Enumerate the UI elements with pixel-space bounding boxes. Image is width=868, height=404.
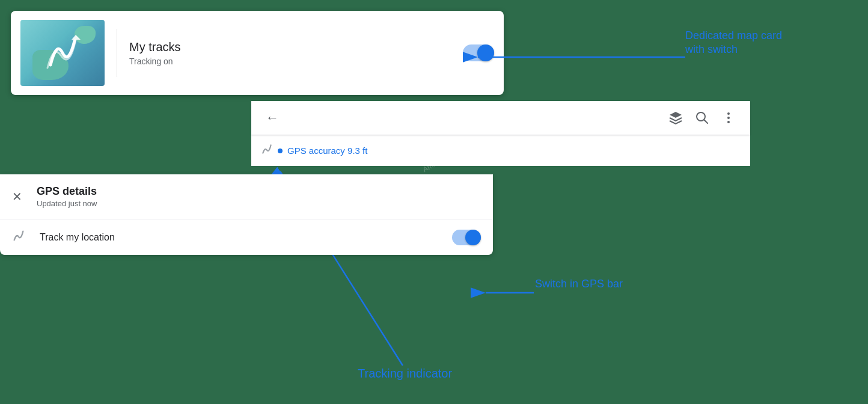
close-button[interactable]: ✕ [12, 189, 22, 204]
more-icon [721, 111, 736, 125]
gps-details-panel: ✕ GPS details Updated just now Track my … [0, 174, 493, 255]
annotation-switch-gps-bar: Switch in GPS bar [535, 278, 623, 290]
svg-point-3 [727, 112, 730, 115]
map-card-text: My tracks Tracking on [129, 40, 451, 66]
map-card-switch[interactable] [451, 44, 494, 61]
card-divider [117, 29, 117, 77]
layers-icon [668, 111, 683, 125]
svg-point-5 [727, 121, 730, 123]
location-tracking-icon [12, 229, 25, 242]
track-location-icon [12, 229, 25, 245]
track-location-row: Track my location [0, 219, 493, 255]
map-card: My tracks Tracking on [11, 11, 504, 95]
track-location-label: Track my location [40, 232, 452, 243]
gps-details-title: GPS details [37, 185, 97, 198]
gps-accuracy-bar: GPS accuracy 9.3 ft [251, 135, 750, 166]
svg-point-4 [727, 117, 730, 119]
gps-details-text: GPS details Updated just now [37, 185, 97, 208]
svg-marker-0 [72, 35, 81, 40]
map-card-subtitle: Tracking on [129, 57, 451, 66]
track-toggle[interactable] [452, 230, 481, 245]
map-thumbnail [20, 20, 105, 86]
gps-tracking-icon [261, 143, 273, 158]
gps-accuracy-text: GPS accuracy 9.3 ft [287, 145, 367, 156]
search-icon [695, 111, 709, 125]
map-card-title: My tracks [129, 40, 451, 54]
annotation-dedicated-map-card: Dedicated map card with switch [685, 29, 782, 57]
toolbar: ← [251, 101, 750, 135]
back-button[interactable]: ← [261, 105, 284, 130]
search-button[interactable] [690, 106, 714, 130]
tracks-icon [38, 29, 87, 77]
svg-line-2 [704, 120, 708, 124]
layers-button[interactable] [664, 106, 688, 130]
gps-track-switch[interactable] [452, 230, 481, 245]
gps-details-subtitle: Updated just now [37, 199, 97, 208]
gps-dot [278, 148, 283, 153]
tracking-squiggle-icon [261, 143, 273, 155]
toggle-thumb [477, 44, 494, 61]
gps-details-header: ✕ GPS details Updated just now [0, 174, 493, 219]
annotation-tracking-indicator: Tracking indicator [358, 367, 452, 381]
track-toggle-thumb [465, 230, 481, 245]
more-button[interactable] [717, 106, 741, 130]
map-switch-toggle[interactable] [463, 44, 494, 61]
